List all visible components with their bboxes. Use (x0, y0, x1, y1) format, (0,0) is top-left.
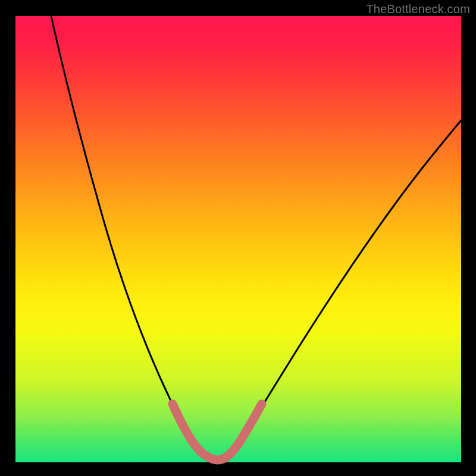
watermark-text: TheBottleneck.com (366, 2, 470, 16)
chart-svg (15, 16, 461, 462)
chart-frame: TheBottleneck.com (0, 0, 476, 476)
optimal-range-highlight (173, 404, 262, 460)
bottleneck-curve (51, 16, 461, 460)
